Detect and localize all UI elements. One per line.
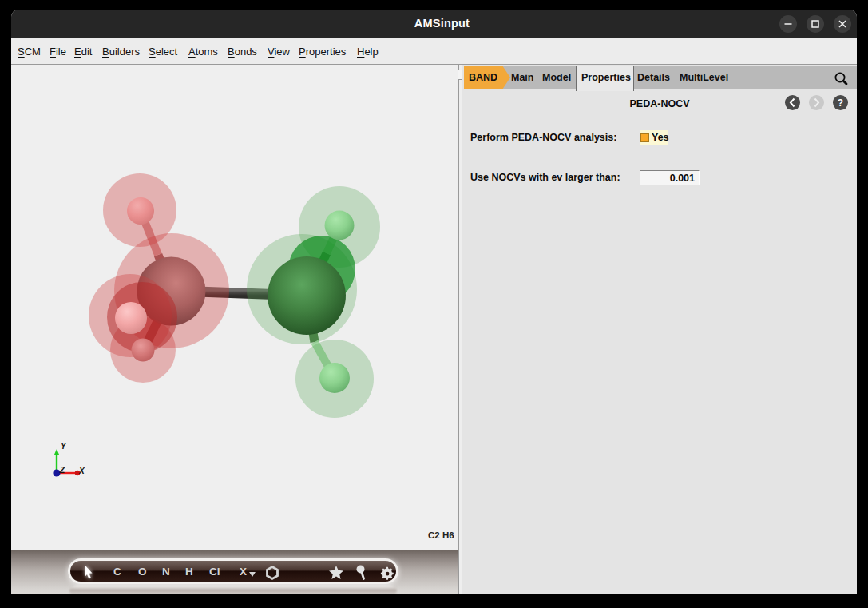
svg-text:Z: Z — [59, 466, 65, 475]
svg-text:Y: Y — [61, 442, 67, 451]
svg-text:X: X — [78, 467, 85, 475]
